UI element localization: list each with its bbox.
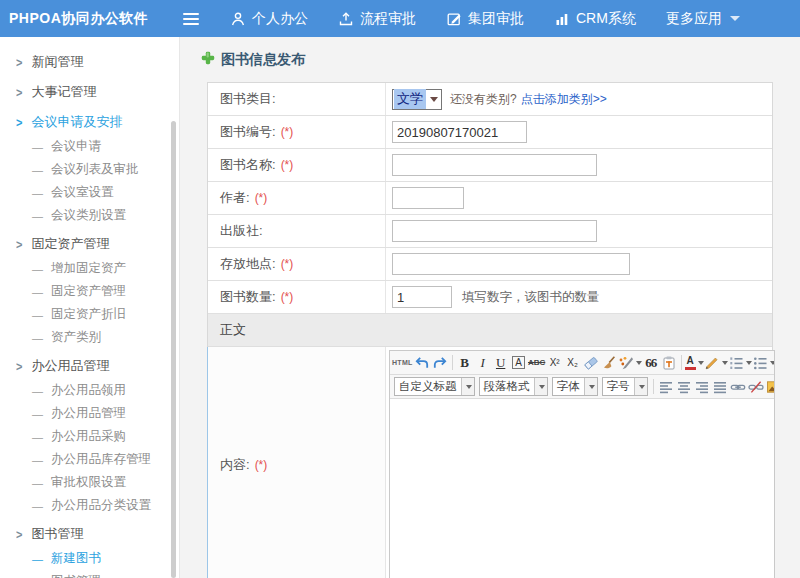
custom-title-select-label: 自定义标题 <box>395 379 461 394</box>
topnav-item-1[interactable]: 个人办公 <box>230 10 308 28</box>
topnav-item-3[interactable]: 集团审批 <box>446 10 524 28</box>
font-family-select-label: 字体 <box>553 379 584 394</box>
field-input-5[interactable] <box>392 220 597 242</box>
dash-icon: — <box>32 309 43 321</box>
dash-icon: — <box>32 553 43 565</box>
highlight-color-icon-button[interactable] <box>704 353 728 373</box>
sidebar-section-4[interactable]: >固定资产管理 <box>0 231 179 257</box>
link-icon-button[interactable] <box>729 377 747 397</box>
field-input-2[interactable] <box>392 121 527 143</box>
field-label: 图书名称: <box>220 156 276 174</box>
underline-button[interactable]: U <box>492 353 510 373</box>
paragraph-format-select-label: 段落格式 <box>480 379 534 394</box>
sidebar-section-2[interactable]: >大事记管理 <box>0 79 179 105</box>
topnav-item-label: 集团审批 <box>468 10 524 28</box>
format-painter-icon-button[interactable] <box>618 353 642 373</box>
editor-toolbar-row-2: 自定义标题段落格式字体字号 <box>390 375 774 399</box>
form-control-cell <box>386 248 772 280</box>
form-row: 图书编号:(*) <box>208 116 772 149</box>
sidebar-item[interactable]: —办公用品采购 <box>0 425 179 448</box>
custom-title-select[interactable]: 自定义标题 <box>394 377 475 396</box>
sidebar-section-1[interactable]: >新闻管理 <box>0 49 179 75</box>
book-category-select[interactable]: 文学 <box>392 89 442 110</box>
blockquote-button[interactable]: 66 <box>642 353 660 373</box>
sidebar-item[interactable]: —固定资产管理 <box>0 280 179 303</box>
eraser-icon-button[interactable] <box>582 353 600 373</box>
editor-content-area[interactable] <box>390 399 774 578</box>
paste-text-icon-button[interactable] <box>660 353 678 373</box>
unordered-list-icon-button[interactable] <box>752 353 774 373</box>
sidebar-section-6[interactable]: >图书管理 <box>0 521 179 547</box>
sidebar-item[interactable]: —资产类别 <box>0 326 179 349</box>
form-label-cell: 图书编号:(*) <box>208 116 386 148</box>
sidebar-item[interactable]: —固定资产折旧 <box>0 303 179 326</box>
field-input-4[interactable] <box>392 187 464 209</box>
sidebar-item[interactable]: —新建图书 <box>0 547 179 570</box>
sidebar-item[interactable]: —审批权限设置 <box>0 471 179 494</box>
sidebar-item[interactable]: —会议申请 <box>0 135 179 158</box>
sidebar-item[interactable]: —办公用品管理 <box>0 402 179 425</box>
align-justify-icon-button[interactable] <box>711 377 729 397</box>
sidebar-section-label: 会议申请及安排 <box>31 113 122 131</box>
bold-button[interactable]: B <box>456 353 474 373</box>
sidebar-item[interactable]: —办公用品领用 <box>0 379 179 402</box>
link-icon <box>730 379 746 395</box>
italic-button[interactable]: I <box>474 353 492 373</box>
field-input-7[interactable] <box>392 286 452 308</box>
clean-format-icon-button[interactable] <box>600 353 618 373</box>
blockquote-button-glyph: 66 <box>645 355 656 371</box>
page-title-row: 图书信息发布 <box>201 51 800 69</box>
paragraph-format-select[interactable]: 段落格式 <box>479 377 548 396</box>
sidebar-item[interactable]: —会议列表及审批 <box>0 158 179 181</box>
align-left-icon-button[interactable] <box>657 377 675 397</box>
image-icon-button[interactable] <box>765 377 775 397</box>
superscript-button[interactable]: X² <box>546 353 564 373</box>
dash-icon: — <box>32 286 43 298</box>
unordered-list-icon <box>752 355 768 371</box>
align-center-icon-button[interactable] <box>675 377 693 397</box>
sidebar-item[interactable]: —会议室设置 <box>0 181 179 204</box>
content-label-cell: 内容:(*) <box>208 347 386 578</box>
sidebar-item[interactable]: —会议类别设置 <box>0 204 179 227</box>
dash-icon: — <box>32 141 43 153</box>
html-source-button[interactable]: HTML <box>392 353 413 373</box>
topnav-item-4[interactable]: CRM系统 <box>554 10 636 28</box>
redo-button[interactable] <box>431 353 449 373</box>
topnav-item-2[interactable]: 流程审批 <box>338 10 416 28</box>
undo-button[interactable] <box>413 353 431 373</box>
sidebar-item-label: 审批权限设置 <box>51 474 126 491</box>
sidebar-section-5[interactable]: >办公用品管理 <box>0 353 179 379</box>
sidebar-item[interactable]: —办公用品库存管理 <box>0 448 179 471</box>
paste-text-icon <box>661 355 677 371</box>
align-right-icon-button[interactable] <box>693 377 711 397</box>
bordered-text-button[interactable]: A <box>510 353 528 373</box>
ordered-list-icon-button[interactable] <box>728 353 752 373</box>
font-size-select[interactable]: 字号 <box>602 377 648 396</box>
sidebar-item-label: 固定资产管理 <box>51 283 126 300</box>
body-section-header: 正文 <box>208 314 772 347</box>
top-navigation-bar: PHPOA协同办公软件 个人办公流程审批集团审批CRM系统更多应用 <box>0 0 800 37</box>
align-center-icon <box>676 379 692 395</box>
sidebar-item[interactable]: —图书管理 <box>0 570 179 578</box>
topnav-item-5[interactable]: 更多应用 <box>666 10 740 28</box>
toolbar-separator <box>452 355 453 370</box>
subscript-button[interactable]: X₂ <box>564 353 582 373</box>
field-input-6[interactable] <box>392 253 630 275</box>
add-category-link[interactable]: 点击添加类别>> <box>521 91 607 108</box>
content-row: 内容:(*)HTMLBIUAABCX²X₂66A自定义标题段落格式字体字号 <box>207 347 772 578</box>
sidebar-scrollbar[interactable] <box>171 121 176 578</box>
required-mark: (*) <box>281 257 294 271</box>
font-color-icon-button[interactable]: A <box>685 353 704 373</box>
select-caret-icon <box>534 378 547 395</box>
font-family-select[interactable]: 字体 <box>552 377 598 396</box>
hamburger-menu-icon[interactable] <box>182 11 204 27</box>
sidebar-item[interactable]: —办公用品分类设置 <box>0 494 179 517</box>
format-painter-icon <box>618 355 634 371</box>
unlink-icon-button[interactable] <box>747 377 765 397</box>
add-icon <box>201 51 215 69</box>
strikethrough-button[interactable]: ABC <box>528 353 546 373</box>
sidebar-item-label: 办公用品库存管理 <box>51 451 151 468</box>
field-input-3[interactable] <box>392 154 597 176</box>
sidebar-section-3[interactable]: >会议申请及安排 <box>0 109 179 135</box>
sidebar-item[interactable]: —增加固定资产 <box>0 257 179 280</box>
